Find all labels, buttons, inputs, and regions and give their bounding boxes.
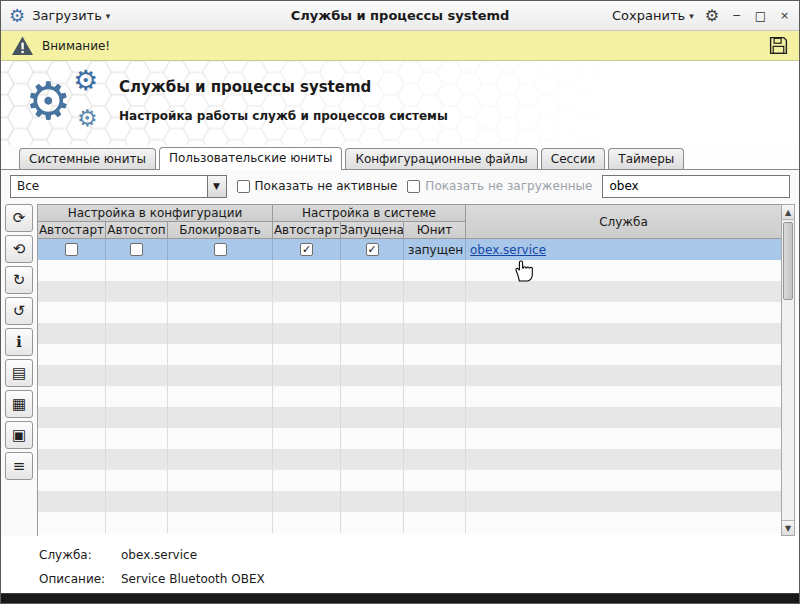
description-label: Описание:: [39, 572, 121, 586]
stop-unit-button[interactable]: ↺: [5, 297, 33, 325]
column-header-sys-running: Запущена: [341, 222, 404, 239]
page-header: ⚙ ⚙ ⚙ Службы и процессы systemd Настройк…: [1, 61, 799, 145]
app-icon: ⚙: [9, 7, 25, 25]
table-row-empty: [38, 302, 781, 323]
window-bottom-edge: [1, 593, 799, 603]
window-title: Службы и процессы systemd: [291, 8, 510, 23]
checkbox-icon[interactable]: [407, 180, 420, 193]
tab-timers[interactable]: Таймеры: [608, 148, 684, 169]
service-value: obex.service: [121, 548, 197, 562]
group-header-system: Настройка в системе: [273, 205, 466, 222]
titlebar: ⚙ Загрузить ▾ Службы и процессы systemd …: [1, 1, 799, 31]
cursor-icon: [514, 259, 534, 283]
journal-button[interactable]: ▦: [5, 390, 33, 418]
search-input[interactable]: [602, 175, 790, 198]
tab-bar: Системные юниты Пользовательские юниты К…: [1, 145, 799, 170]
unit-list-button[interactable]: ≡: [5, 452, 33, 480]
main-area: ⟳ ⟲ ↻ ↺ ℹ ▤ ▦ ▣ ≡ Настройка в конфигурац…: [1, 202, 799, 536]
save-file-icon[interactable]: [768, 35, 789, 56]
table-row-empty: [38, 344, 781, 365]
unit-filter-select[interactable]: Все ▼: [10, 175, 227, 198]
maximize-button[interactable]: □: [754, 10, 767, 22]
table-row-empty: [38, 281, 781, 302]
scroll-up-button[interactable]: ▲: [782, 205, 794, 220]
save-menu-button[interactable]: Сохранить ▾: [612, 8, 694, 23]
table-row-empty: [38, 407, 781, 428]
chevron-down-icon[interactable]: ▼: [207, 176, 226, 197]
table-row[interactable]: запущен obex.service: [38, 239, 781, 260]
reload-daemon-button[interactable]: ⟲: [5, 235, 33, 263]
side-toolbar: ⟳ ⟲ ↻ ↺ ℹ ▤ ▦ ▣ ≡: [5, 204, 35, 536]
load-menu-label: Загрузить: [32, 8, 102, 23]
show-unloaded-label: Показать не загруженные: [425, 179, 592, 193]
close-button[interactable]: ×: [778, 10, 791, 21]
chevron-down-icon: ▾: [106, 11, 111, 21]
show-inactive-label: Показать не активные: [255, 179, 398, 193]
service-label: Служба:: [39, 548, 121, 562]
show-unloaded-checkbox[interactable]: Показать не загруженные: [407, 179, 592, 193]
vertical-scrollbar[interactable]: ▲ ▼: [781, 204, 795, 536]
details-panel: Служба: obex.service Описание: Service B…: [1, 536, 799, 586]
table-row-empty: [38, 491, 781, 512]
sys-running-checkbox[interactable]: [366, 243, 379, 256]
unit-info-button[interactable]: ℹ: [5, 328, 33, 356]
warning-bar: Внимание!: [1, 31, 799, 61]
table-row-empty: [38, 365, 781, 386]
filter-row: Все ▼ Показать не активные Показать не з…: [1, 170, 799, 202]
page-subtitle: Настройка работы служб и процессов систе…: [119, 109, 448, 123]
gears-icon: ⚙ ⚙ ⚙: [25, 65, 121, 141]
column-header-cfg-autostop: Автостоп: [106, 222, 168, 239]
tab-sessions[interactable]: Сессии: [541, 148, 606, 169]
unit-filter-value: Все: [11, 176, 207, 197]
column-header-sys-autostart: Автостарт: [273, 222, 341, 239]
column-header-cfg-autostart: Автостарт: [38, 222, 106, 239]
table-header: Настройка в конфигурации Настройка в сис…: [38, 204, 781, 239]
unit-state-cell: запущен: [404, 239, 466, 260]
cfg-autostop-checkbox[interactable]: [130, 243, 143, 256]
table-row-empty: [38, 386, 781, 407]
description-value: Service Bluetooth OBEX: [121, 572, 265, 586]
page-title: Службы и процессы systemd: [119, 78, 448, 96]
tab-config-files[interactable]: Конфигурационные файлы: [345, 148, 537, 169]
scrollbar-thumb[interactable]: [783, 222, 793, 300]
cfg-autostart-checkbox[interactable]: [65, 243, 78, 256]
table-row-empty: [38, 470, 781, 491]
service-link[interactable]: obex.service: [470, 243, 546, 257]
warning-icon: [11, 35, 34, 56]
column-header-unit: Юнит: [404, 222, 466, 239]
table-row-empty: [38, 512, 781, 533]
group-header-config: Настройка в конфигурации: [38, 205, 273, 222]
show-inactive-checkbox[interactable]: Показать не активные: [237, 179, 398, 193]
units-table: Настройка в конфигурации Настройка в сис…: [37, 204, 795, 536]
warning-label: Внимание!: [42, 39, 110, 53]
column-header-service: Служба: [466, 205, 781, 239]
scroll-down-button[interactable]: ▼: [782, 520, 794, 535]
cfg-block-checkbox[interactable]: [214, 243, 227, 256]
column-header-cfg-block: Блокировать: [168, 222, 273, 239]
save-menu-label: Сохранить: [612, 8, 685, 23]
log-button[interactable]: ▣: [5, 421, 33, 449]
table-row-empty: [38, 428, 781, 449]
minimize-button[interactable]: ─: [730, 10, 743, 21]
table-row-empty: [38, 260, 781, 281]
load-menu-button[interactable]: Загрузить ▾: [32, 8, 110, 23]
tab-system-units[interactable]: Системные юниты: [19, 148, 156, 169]
refresh-button[interactable]: ⟳: [5, 204, 33, 232]
checkbox-icon[interactable]: [237, 180, 250, 193]
start-unit-button[interactable]: ↻: [5, 266, 33, 294]
sys-autostart-checkbox[interactable]: [300, 243, 313, 256]
scrollbar-track[interactable]: [782, 220, 794, 520]
table-row-empty: [38, 323, 781, 344]
tab-user-units[interactable]: Пользовательские юниты: [159, 147, 342, 170]
app-window: ⚙ Загрузить ▾ Службы и процессы systemd …: [0, 0, 800, 604]
chevron-down-icon: ▾: [689, 11, 694, 21]
table-row-empty: [38, 449, 781, 470]
unit-file-button[interactable]: ▤: [5, 359, 33, 387]
settings-gear-button[interactable]: ⚙: [705, 8, 719, 24]
